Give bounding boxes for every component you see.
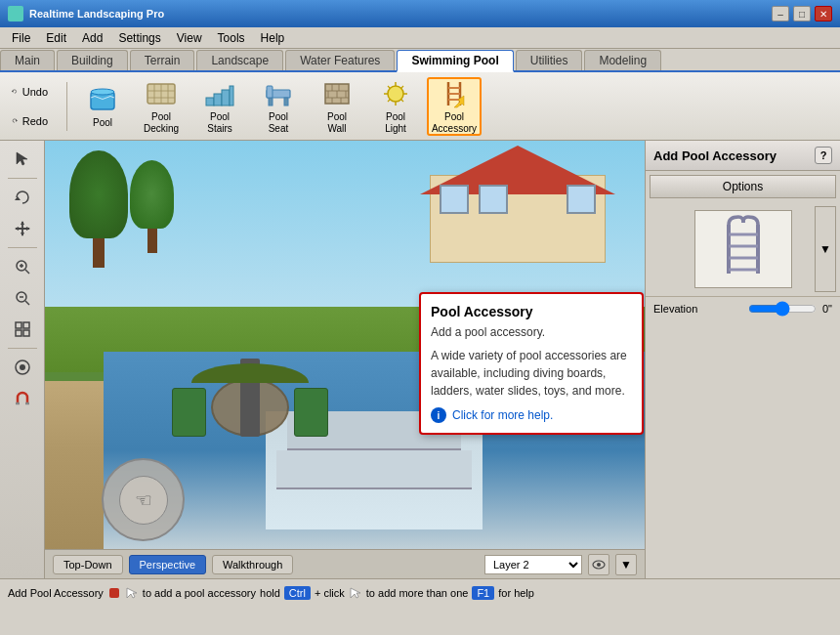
tooltip-title: Pool Accessory [431,304,632,319]
accessory-preview-svg [709,215,777,283]
pool-stairs-label: PoolStairs [207,111,232,135]
svg-marker-43 [17,152,27,165]
tab-water-features[interactable]: Water Features [285,50,395,70]
fit-view-tool[interactable] [6,315,39,344]
tab-modeling[interactable]: Modeling [584,50,661,70]
app-icon [8,6,23,21]
svg-rect-13 [230,86,233,106]
ribbon: Undo Redo Pool [0,72,840,141]
pool-button[interactable]: Pool [75,77,130,136]
house [420,155,615,282]
undo-button[interactable]: Undo [8,78,51,106]
right-panel-title: Add Pool Accessory [653,148,815,163]
svg-rect-58 [16,330,21,336]
menu-add[interactable]: Add [74,29,110,47]
menubar: File Edit Add Settings View Tools Help [0,27,840,49]
tab-main[interactable]: Main [0,50,55,70]
svg-marker-45 [21,221,24,225]
compass-hand: ☜ [119,476,168,525]
svg-point-3 [91,89,114,95]
magnet-tool[interactable] [6,384,39,413]
svg-line-50 [25,270,29,274]
elevation-label: Elevation [653,303,742,315]
tooltip-subtitle: Add a pool accessory. [431,325,632,339]
pool-wall-button[interactable]: PoolWall [310,77,364,136]
pan-tool[interactable] [6,214,39,243]
navigation-compass[interactable]: ☜ [102,458,185,541]
viewport-bottom: Top-Down Perspective Walkthrough Layer 2… [45,549,645,578]
pool-label: Pool [93,117,112,129]
svg-point-65 [597,563,601,567]
pool-light-button[interactable]: PoolLight [368,77,423,136]
maximize-button[interactable]: □ [793,6,811,21]
layer-selector[interactable]: Layer 2 Layer 1 Layer 3 [484,555,582,574]
panel-help-button[interactable]: ? [815,147,832,164]
walkthrough-button[interactable]: Walkthrough [212,555,293,574]
layer-options-button[interactable]: ▼ [615,554,637,575]
tab-utilities[interactable]: Utilities [516,50,583,70]
menu-settings[interactable]: Settings [110,29,168,47]
tooltip-help-link[interactable]: i Click for more help. [431,407,632,423]
svg-rect-12 [222,90,230,106]
statusbar: Add Pool Accessory to add a pool accesso… [0,578,840,606]
pool-stairs-button[interactable]: PoolStairs [192,77,247,136]
svg-rect-72 [109,588,119,598]
cursor-icon [125,586,139,600]
redo-button[interactable]: Redo [8,107,51,135]
accessory-preview-container: ▼ [650,206,836,292]
titlebar: Realtime Landscaping Pro – □ ✕ [0,0,840,27]
pool-seat-label: PoolSeat [269,111,289,135]
app-title: Realtime Landscaping Pro [29,8,772,20]
menu-help[interactable]: Help [253,29,293,47]
status-plus-click: + click [315,587,345,599]
pool-accessory-label: PoolAccessory [432,111,477,135]
minimize-button[interactable]: – [772,6,789,21]
svg-rect-59 [23,330,29,336]
left-toolbar [0,141,45,578]
pool-seat-icon [263,78,294,109]
orbit-tool[interactable] [6,183,39,212]
close-button[interactable]: ✕ [815,6,832,21]
select-tool[interactable] [6,145,39,174]
layer-visibility-button[interactable] [588,554,609,575]
svg-rect-16 [284,98,288,106]
zoom-in-tool[interactable] [6,252,39,281]
accessory-dropdown-arrow[interactable]: ▼ [815,206,836,292]
tooltip-body: A wide variety of pool accessories are a… [431,347,632,400]
elevation-row: Elevation 0" [646,296,840,320]
pool-seat-button[interactable]: PoolSeat [251,77,306,136]
pool-accessory-button[interactable]: PoolAccessory [427,77,482,136]
tab-landscape[interactable]: Landscape [196,50,283,70]
tab-building[interactable]: Building [57,50,128,70]
tree-left [64,150,133,268]
menu-view[interactable]: View [169,29,210,47]
tab-terrain[interactable]: Terrain [130,50,195,70]
menu-file[interactable]: File [4,29,38,47]
top-down-button[interactable]: Top-Down [53,555,123,574]
toolbar-tabs: Main Building Terrain Landscape Water Fe… [0,49,840,72]
viewport[interactable]: ☜ Pool Accessory Add a pool accessory. A… [45,141,645,578]
panel-options-section: Options [646,171,840,202]
perspective-button[interactable]: Perspective [129,555,206,574]
zoom-out-tool[interactable] [6,283,39,313]
accessory-preview [694,210,792,288]
right-panel: Add Pool Accessory ? Options [645,141,840,578]
svg-rect-17 [267,86,273,98]
elevation-slider[interactable] [748,301,817,317]
tab-swimming-pool[interactable]: Swimming Pool [397,50,513,72]
redo-label: Redo [22,115,48,127]
menu-tools[interactable]: Tools [210,29,253,47]
options-button[interactable]: Options [650,175,836,198]
svg-marker-44 [15,196,21,200]
click-icon [107,586,121,600]
pool-light-label: PoolLight [385,111,406,135]
menu-edit[interactable]: Edit [38,29,74,47]
svg-marker-46 [21,233,24,236]
svg-rect-10 [206,98,214,106]
pool-decking-label: PoolDecking [144,111,179,135]
info-icon: i [431,407,446,423]
pool-decking-button[interactable]: PoolDecking [134,77,189,136]
properties-tool[interactable] [6,353,39,382]
svg-rect-15 [269,98,273,106]
elevation-value: 0" [822,303,832,315]
